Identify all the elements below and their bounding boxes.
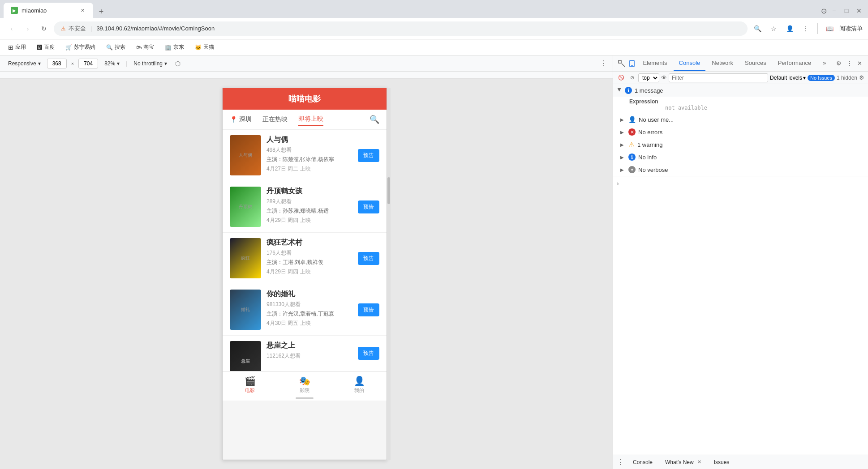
bookmark-label: 百度	[44, 43, 55, 51]
bottom-tab-console[interactable]: Console	[629, 457, 656, 467]
list-item[interactable]: 婚礼 你的婚礼 981330人想看 主演：许光汉,章若楠,丁冠森 4月30日 周…	[223, 284, 387, 336]
close-button[interactable]: ✕	[854, 5, 864, 16]
context-selector[interactable]: top	[638, 73, 659, 82]
menu-button[interactable]: ⋮	[799, 22, 812, 35]
profile-button[interactable]: 👤	[783, 22, 796, 35]
preview-button[interactable]: 预告	[358, 303, 379, 316]
tab-sources[interactable]: Sources	[739, 55, 772, 71]
tab-network[interactable]: Network	[706, 55, 739, 71]
viewport-height-input[interactable]	[78, 59, 98, 68]
device-mode-button[interactable]	[627, 57, 636, 70]
bookmark-label: 天猫	[203, 43, 214, 51]
movie-wants: 981330人想看	[266, 301, 352, 308]
back-button[interactable]: ‹	[5, 22, 18, 35]
devtools-close-button[interactable]: ✕	[855, 57, 864, 70]
bottom-handle	[223, 396, 387, 401]
zoom-selector[interactable]: 82% ▾	[102, 59, 122, 68]
inspect-element-button[interactable]	[617, 57, 626, 70]
nav-tabs: 📍 深圳 正在热映 即将上映 🔍	[223, 110, 387, 130]
throttling-selector[interactable]: No throttling ▾	[131, 59, 170, 68]
security-warning-icon: ⚠	[61, 26, 66, 32]
hidden-count[interactable]: 1 hidden	[837, 75, 857, 81]
preview-button[interactable]: 预告	[358, 149, 379, 162]
refresh-button[interactable]: ↻	[38, 22, 50, 35]
responsive-selector[interactable]: Responsive ▾	[5, 59, 43, 68]
preview-button[interactable]: 预告	[358, 252, 379, 265]
suning-icon: 🛒	[65, 44, 72, 51]
preview-button[interactable]: 预告	[358, 347, 379, 360]
filter-input[interactable]	[669, 73, 768, 82]
no-issues-badge[interactable]: No Issues	[808, 75, 835, 81]
console-prompt-row[interactable]: ›	[613, 176, 868, 191]
bookmark-suning[interactable]: 🛒 苏宁易购	[63, 42, 98, 53]
search-tab-icon[interactable]: 🔍	[370, 115, 379, 124]
movie-title: 疯狂艺术村	[266, 238, 352, 247]
viewport-more-button[interactable]: ⋮	[600, 59, 607, 68]
search-button[interactable]: 🔍	[751, 22, 764, 35]
minimize-button[interactable]: −	[829, 5, 839, 16]
console-row-no-info[interactable]: ▶ ℹ No info	[613, 151, 868, 163]
list-item[interactable]: 人与偶 人与偶 498人想看 主演：陈楚滢,张冰倩,杨依寒 4月27日 周二 上…	[223, 130, 387, 181]
console-label-no-user: No user me...	[639, 116, 674, 123]
levels-selector[interactable]: Default levels ▾	[770, 75, 806, 81]
list-item[interactable]: 丹顶鹤 丹顶鹤女孩 289人想看 主演：孙苏雅,郑晓晴,杨适 4月29日 周四 …	[223, 181, 387, 233]
list-item[interactable]: 疯狂 疯狂艺术村 176人想看 主演：王堪,刘卓,魏祥俊 4月29日 周四 上映…	[223, 233, 387, 284]
nav-profile[interactable]: 👤 我的	[332, 375, 387, 394]
location-tab[interactable]: 📍 深圳	[230, 115, 252, 124]
movie-title: 悬崖之上	[266, 341, 352, 350]
console-row-no-verbose[interactable]: ▶ ✦ No verbose	[613, 163, 868, 176]
location-text: 深圳	[239, 115, 252, 124]
bookmark-label: 苏宁易购	[74, 43, 95, 51]
viewport-width-input[interactable]	[47, 59, 67, 68]
maximize-button[interactable]: □	[841, 5, 852, 16]
reader-mode-button[interactable]: 📖	[823, 22, 836, 35]
new-tab-button[interactable]: +	[95, 5, 107, 18]
tab-coming-soon[interactable]: 即将上映	[298, 113, 323, 126]
movie-cast: 主演：孙苏雅,郑晓晴,杨适	[266, 207, 352, 215]
browser-tab-active[interactable]: ▶ miaomiao ✕	[4, 3, 93, 18]
forward-button[interactable]: ›	[21, 22, 34, 35]
bottom-tab-issues[interactable]: Issues	[710, 457, 733, 467]
viewport-extra-icon[interactable]: ⬡	[175, 60, 180, 67]
list-item[interactable]: 悬崖 悬崖之上 112162人想看 预告	[223, 336, 387, 371]
console-settings-button[interactable]: ⚙	[859, 74, 864, 81]
console-stop-button[interactable]: ⊘	[627, 73, 636, 82]
whats-new-close[interactable]: ✕	[697, 459, 701, 465]
console-row-warning[interactable]: ▶ ⚠ 1 warning	[613, 138, 868, 151]
nav-cinema[interactable]: 🎭 影院	[277, 375, 332, 394]
tab-close-button[interactable]: ✕	[79, 7, 86, 14]
bookmark-baidu[interactable]: 🅱 百度	[34, 42, 57, 53]
address-bar[interactable]: ⚠ 不安全 | 39.104.90.62/miaomiao/#/movie/Co…	[54, 21, 748, 36]
expand-arrow: ▶	[620, 167, 626, 172]
console-row-messages[interactable]: ▶ ℹ 1 message	[613, 84, 868, 97]
console-row-no-errors[interactable]: ▶ ✕ No errors	[613, 126, 868, 138]
tab-hot-movies[interactable]: 正在热映	[262, 114, 288, 125]
bookmark-taobao[interactable]: 🛍 淘宝	[133, 42, 157, 53]
nav-movies[interactable]: 🎬 电影	[223, 375, 277, 394]
movie-wants: 176人想看	[266, 249, 352, 257]
bookmark-search[interactable]: 🔍 搜索	[103, 42, 128, 53]
bookmark-apps[interactable]: ⊞ 应用	[5, 42, 29, 53]
tab-console[interactable]: Console	[674, 55, 706, 71]
scroll-thumb[interactable]	[387, 177, 390, 204]
console-clear-button[interactable]: 🚫	[617, 73, 626, 82]
eye-icon[interactable]: 👁	[661, 74, 667, 81]
more-tabs-button[interactable]: »	[817, 55, 831, 71]
bookmark-tmall[interactable]: 🐱 天猫	[192, 42, 217, 53]
dt-menu-icon[interactable]: ⋮	[617, 458, 624, 466]
console-row-no-user[interactable]: ▶ 👤 No user me...	[613, 113, 868, 126]
bookmark-jd[interactable]: 🏢 京东	[162, 42, 187, 53]
console-input[interactable]	[621, 180, 864, 187]
movie-poster: 悬崖	[230, 341, 261, 371]
preview-button[interactable]: 预告	[358, 200, 379, 213]
bottom-tab-whats-new[interactable]: What's New ✕	[662, 457, 705, 467]
devtools-settings-button[interactable]: ⚙	[834, 57, 843, 70]
tab-performance[interactable]: Performance	[773, 55, 816, 71]
movie-cast: 主演：王堪,刘卓,魏祥俊	[266, 259, 352, 266]
baidu-icon: 🅱	[37, 44, 42, 51]
tab-elements[interactable]: Elements	[637, 55, 672, 71]
devtools-more-button[interactable]: ⋮	[845, 57, 854, 70]
viewport-scrollbar[interactable]	[387, 88, 391, 460]
movies-nav-icon: 🎬	[245, 375, 256, 386]
bookmark-button[interactable]: ☆	[767, 22, 780, 35]
